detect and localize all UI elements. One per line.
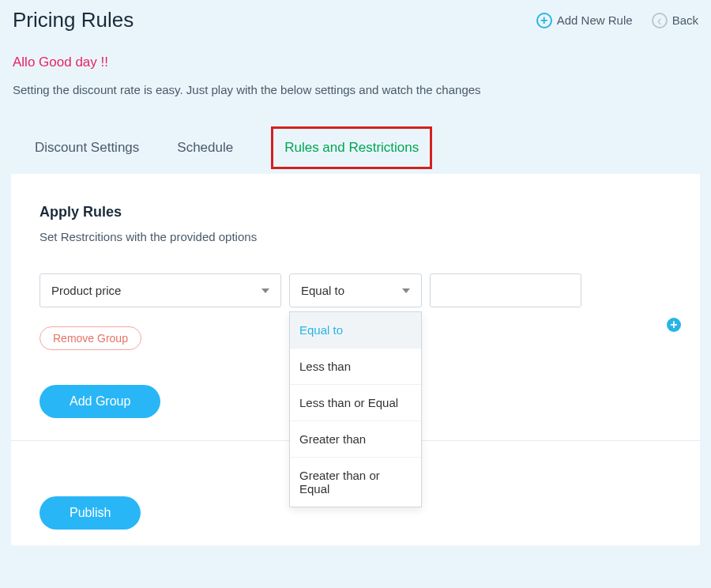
tabs: Discount Settings Schedule Rules and Res… [0,96,711,169]
greeting-text: Allo Good day !! [0,32,711,70]
value-input[interactable] [430,273,581,307]
section-subtitle: Set Restrcitions with the provided optio… [40,230,672,243]
publish-button[interactable]: Publish [40,496,141,530]
chevron-down-icon [261,288,269,293]
operator-option[interactable]: Less than [290,349,421,385]
operator-option[interactable]: Greater than [290,421,421,458]
page-title: Pricing Rules [13,8,134,32]
tab-rules-restrictions[interactable]: Rules and Restrictions [284,135,419,160]
field-select[interactable]: Product price [40,273,281,307]
operator-select-value: Equal to [301,284,344,297]
header-actions: Add New Rule Back [536,13,698,28]
tab-discount-settings[interactable]: Discount Settings [35,135,139,160]
rules-card: Apply Rules Set Restrcitions with the pr… [11,174,700,545]
add-group-button[interactable]: Add Group [40,385,160,418]
operator-option[interactable]: Equal to [290,312,421,349]
back-button[interactable]: Back [652,13,698,28]
add-new-rule-label: Add New Rule [557,13,633,27]
operator-option[interactable]: Greater than or Equal [290,458,421,507]
back-label: Back [672,13,698,27]
operator-dropdown: Equal to Less than Less than or Equal Gr… [289,311,422,507]
field-select-value: Product price [51,284,121,297]
section-title: Apply Rules [40,204,672,220]
plus-circle-icon [536,13,552,28]
add-new-rule-button[interactable]: Add New Rule [536,13,633,28]
rule-row: Product price Equal to Equal to Less tha… [40,273,672,307]
subtext: Setting the discount rate is easy. Just … [0,70,711,96]
chevron-down-icon [402,288,410,293]
tab-rules-highlight: Rules and Restrictions [271,126,432,169]
add-rule-icon[interactable] [667,318,681,332]
remove-group-button[interactable]: Remove Group [40,326,141,350]
operator-select[interactable]: Equal to Equal to Less than Less than or… [289,273,422,307]
tab-schedule[interactable]: Schedule [177,135,233,160]
back-arrow-icon [652,13,668,28]
operator-option[interactable]: Less than or Equal [290,385,421,421]
